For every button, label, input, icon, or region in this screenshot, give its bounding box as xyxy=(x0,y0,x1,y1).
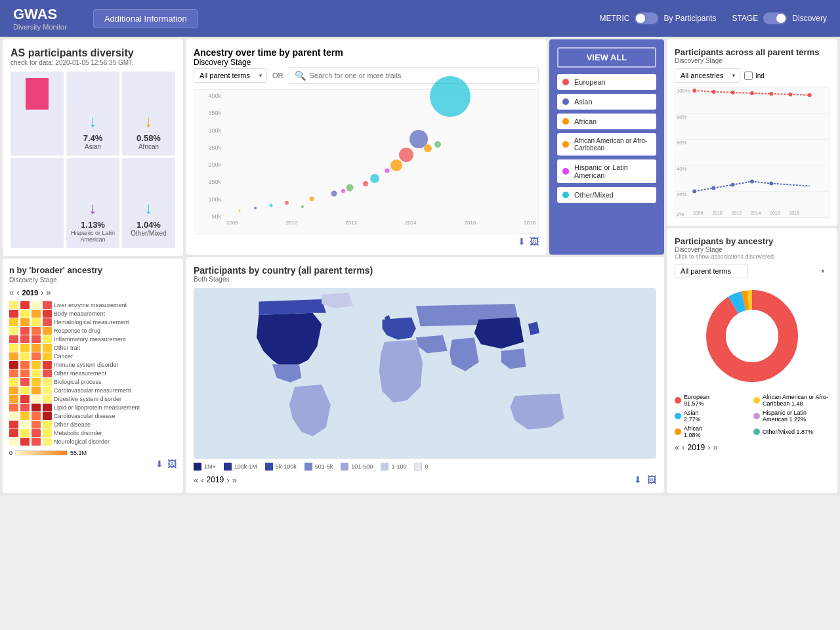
ancestry-select-wrapper[interactable]: All parent terms xyxy=(194,68,267,83)
ancestry-item-african[interactable]: African xyxy=(557,114,656,129)
ancestry-select[interactable]: All parent terms xyxy=(194,68,267,83)
map-last-btn[interactable]: » xyxy=(232,475,237,485)
participants-select-wrapper[interactable]: All ancestries xyxy=(675,68,740,83)
hcell xyxy=(32,344,41,352)
map-download-icon[interactable]: ⬇ xyxy=(634,474,642,485)
viewall-button[interactable]: VIEW ALL xyxy=(557,47,656,68)
hcell xyxy=(20,387,30,394)
legend-0: 0 xyxy=(414,463,428,471)
ancestry-item-european[interactable]: European xyxy=(557,74,656,90)
ancestry-image-icon[interactable]: 🖼 xyxy=(530,236,539,247)
ancestry-download-icon[interactable]: ⬇ xyxy=(518,236,526,247)
map-first-btn[interactable]: « xyxy=(194,475,198,485)
pie-dot-european xyxy=(675,397,681,404)
legend-min: 0 xyxy=(9,450,12,456)
hcell xyxy=(9,369,18,377)
bubble xyxy=(370,174,379,183)
arrow-asian: ↓ xyxy=(89,112,97,131)
svg-point-18 xyxy=(789,93,793,96)
heatmap-download-icon[interactable]: ⬇ xyxy=(156,459,163,469)
svg-point-22 xyxy=(731,183,735,187)
map-nav: « ‹ 2019 › » ⬇ 🖼 xyxy=(194,474,656,485)
heatmap-title: n by 'broader' ancestry xyxy=(9,265,177,275)
pie-dot-other xyxy=(753,429,760,435)
map-image-icon[interactable]: 🖼 xyxy=(647,474,656,485)
pie-first-btn[interactable]: « xyxy=(675,442,679,452)
ancestry-item-hispanic[interactable]: Hispanic or Latin American xyxy=(557,159,656,183)
map-prev-btn[interactable]: ‹ xyxy=(201,475,203,485)
legend-5k: 5k-100k xyxy=(265,463,297,471)
search-input[interactable] xyxy=(310,72,534,79)
pct-hispanic: 1.13% xyxy=(81,220,105,230)
heatmap-image-icon[interactable]: 🖼 xyxy=(167,459,177,469)
diversity-cell-afrocaribbean xyxy=(10,158,64,248)
bubble xyxy=(301,205,304,208)
metric-toggle[interactable] xyxy=(635,12,658,24)
svg-text:0%: 0% xyxy=(677,211,684,217)
hcell xyxy=(20,438,30,446)
metric-value: By Participants xyxy=(663,14,716,23)
heatmap-actions: ⬇ 🖼 xyxy=(9,459,177,469)
ancestry-chart-title: Ancestry over time by parent term xyxy=(194,47,539,58)
legend-box-501 xyxy=(304,463,312,471)
pie-dot-asian xyxy=(675,413,681,419)
hcell xyxy=(20,404,30,411)
bubble xyxy=(390,159,402,171)
hcell xyxy=(20,327,30,335)
heatmap-last-btn[interactable]: » xyxy=(46,287,51,297)
include-checkbox[interactable] xyxy=(744,72,753,80)
bubble xyxy=(346,184,353,191)
hcell xyxy=(20,361,30,369)
pie-label-afrocaribbean: African American or Afro-Caribbean 1.48 xyxy=(763,394,830,407)
ancestry-controls: All parent terms OR 🔍 xyxy=(194,67,539,84)
svg-point-16 xyxy=(750,91,754,95)
heatmap-first-btn[interactable]: « xyxy=(9,287,14,297)
pie-prev-btn[interactable]: ‹ xyxy=(682,442,684,452)
map-stage: Both Stages xyxy=(194,276,656,283)
hcell xyxy=(43,378,52,386)
pie-panel: Participants by ancestry Discovery Stage… xyxy=(667,228,837,493)
map-next-btn[interactable]: › xyxy=(226,475,229,485)
hcell xyxy=(43,352,52,360)
hcell xyxy=(32,310,41,318)
participants-stage: Discovery Stage xyxy=(675,57,830,64)
heatmap-next-btn[interactable]: › xyxy=(41,287,43,297)
legend-1m: 1M+ xyxy=(194,463,216,471)
additional-info-button[interactable]: Additional Information xyxy=(93,9,198,28)
hcell xyxy=(20,378,30,386)
european-label: European xyxy=(574,78,606,86)
diversity-cell-other: ↓ 1.04% Other/Mixed xyxy=(122,158,175,248)
ancestry-item-afrocaribbean[interactable]: African American or Afro-Caribbean xyxy=(557,133,656,156)
participants-select[interactable]: All ancestries xyxy=(675,68,740,83)
map-container xyxy=(194,288,656,459)
hcell xyxy=(20,369,30,377)
label-asian: Asian xyxy=(85,143,101,150)
bubble xyxy=(269,204,272,207)
pie-last-btn[interactable]: » xyxy=(713,442,718,452)
ancestry-item-other[interactable]: Other/Mixed xyxy=(557,187,656,203)
pie-legend: European91.57% African American or Afro-… xyxy=(675,394,830,438)
label-other: Other/Mixed xyxy=(131,230,166,237)
hcell xyxy=(32,378,41,386)
pie-next-btn[interactable]: › xyxy=(707,442,710,452)
svg-point-17 xyxy=(769,92,773,96)
ancestry-item-asian[interactable]: Asian xyxy=(557,94,656,110)
hcell xyxy=(9,352,18,360)
pie-legend-african: African1.08% xyxy=(675,425,751,438)
pie-select[interactable]: All parent terms xyxy=(675,264,748,278)
heatmap-panel: n by 'broader' ancestry Discovery Stage … xyxy=(3,259,183,493)
bar-container-african xyxy=(125,77,173,110)
pct-asian: 7.4% xyxy=(83,133,103,143)
stage-toggle[interactable] xyxy=(763,12,787,24)
bar-container-other xyxy=(125,163,173,196)
label-african: African xyxy=(138,143,159,150)
heatmap-prev-btn[interactable]: ‹ xyxy=(16,287,19,297)
world-map-svg xyxy=(194,288,656,459)
pie-select-wrapper[interactable]: All parent terms xyxy=(675,264,830,278)
ancestry-main: Ancestry over time by parent term Discov… xyxy=(186,39,664,255)
legend-501: 501-5k xyxy=(304,463,333,471)
search-box: 🔍 xyxy=(289,67,539,84)
svg-text:2010: 2010 xyxy=(713,211,723,215)
legend-box-1m xyxy=(194,463,201,471)
pie-label-hispanic: Hispanic or Latin American 1.22% xyxy=(763,410,830,423)
